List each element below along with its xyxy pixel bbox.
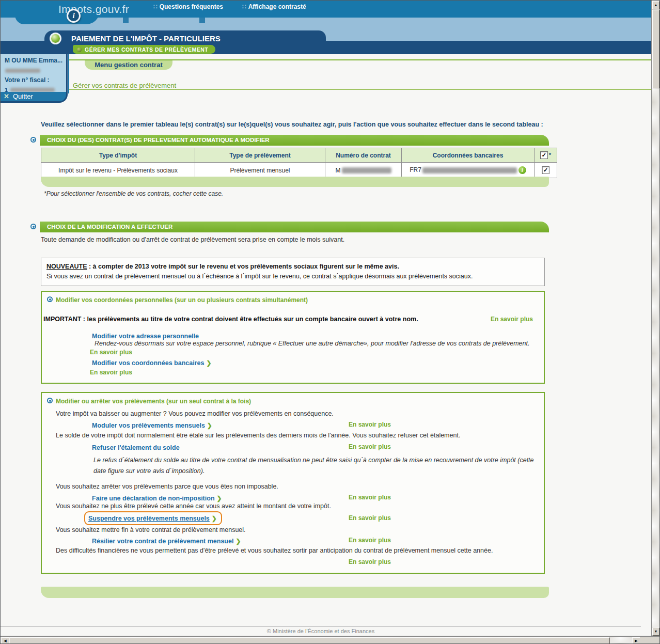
scrollbar-corner	[640, 636, 659, 644]
link-modify-bank[interactable]: Modifier vos coordonnées bancaires❯	[92, 358, 211, 367]
levy-text: Le solde de votre impôt doit normalement…	[56, 432, 460, 439]
link-row: Résilier votre contrat de prélèvement me…	[92, 536, 557, 545]
dots-icon: ∷	[153, 3, 158, 10]
levy-text: Vous souhaitez arrêter vos prélèvements …	[56, 483, 278, 490]
address-note: Rendez-vous désormais sur votre espace p…	[95, 340, 580, 347]
en-savoir-plus-link[interactable]: En savoir plus	[349, 421, 391, 428]
page: Impots.gouv.fr i ∷Questions fréquentes ∷…	[0, 0, 660, 644]
info-icon[interactable]: i	[518, 166, 526, 174]
link-declaration-non-imposition[interactable]: Faire une déclaration de non-imposition	[92, 495, 215, 502]
en-savoir-plus-link[interactable]: En savoir plus	[90, 349, 132, 356]
horizontal-scrollbar[interactable]: ◀ ▶	[1, 636, 641, 644]
dots-icon: ∷	[242, 3, 246, 10]
vertical-scroll-thumb[interactable]	[652, 10, 659, 88]
en-savoir-plus-link[interactable]: En savoir plus	[349, 494, 391, 501]
bullet-target-icon	[30, 224, 36, 229]
link-row: Refuser l'étalement du solde En savoir p…	[92, 443, 557, 452]
news-label: NOUVEAUTE	[46, 263, 87, 270]
dot-icon	[77, 48, 82, 52]
refus-etalement-note: Le refus d´étalement du solde au titre d…	[93, 455, 548, 476]
column-header: Numéro de contrat	[325, 148, 402, 163]
en-savoir-plus-link[interactable]: En savoir plus	[349, 514, 391, 522]
select-all-footnote: *Pour sélectionner l'ensemble de vos con…	[44, 190, 223, 197]
breadcrumb: Gérer vos contrats de prélèvement	[73, 82, 176, 89]
modification-notice: Toute demande de modification ou d'arrêt…	[41, 236, 344, 243]
levy-text: Vous souhaitez ne plus être prélevé cett…	[56, 502, 331, 510]
scroll-right-button[interactable]: ▶	[632, 637, 640, 644]
levy-type-cell: Prélèvement mensuel	[195, 163, 325, 178]
levy-text: Votre impôt va baisser ou augmenter ? Vo…	[56, 410, 334, 417]
en-savoir-plus-link[interactable]: En savoir plus	[349, 558, 391, 566]
select-all-cell: ✓*	[535, 148, 557, 163]
section-title-tab: PAIEMENT DE L'IMPÔT - PARTICULIERS	[44, 30, 326, 46]
nav-questions-frequentes[interactable]: ∷Questions fréquentes	[153, 3, 223, 10]
bullet-target-icon	[47, 398, 53, 403]
horizontal-scroll-thumb[interactable]	[9, 637, 610, 644]
sphere-icon	[50, 33, 61, 44]
important-note: IMPORTANT : les prélèvements au titre de…	[43, 316, 418, 323]
levy-text: Des difficultés financières ne vous perm…	[56, 547, 493, 554]
link-suspendre-prelevements[interactable]: Suspendre vos prélèvements mensuels	[88, 515, 210, 522]
menu-gestion-contrat-tab[interactable]: Menu gestion contrat	[85, 60, 172, 70]
masked-iban	[422, 167, 517, 174]
chevron-icon: ❯	[217, 495, 222, 502]
en-savoir-plus-link[interactable]: En savoir plus	[90, 369, 132, 376]
row-checkbox[interactable]: ✓	[542, 166, 549, 174]
contracts-table: Type d'impôt Type de prélèvement Numéro …	[41, 148, 557, 178]
user-info-box: M OU MME Emma... Votre n° fiscal : 1	[1, 54, 68, 92]
en-savoir-plus-link[interactable]: En savoir plus	[491, 316, 533, 323]
news-box: NOUVEAUTE : à compter de 2013 votre impô…	[41, 258, 545, 286]
info-circle-icon[interactable]: i	[67, 9, 81, 23]
column-header: Type d'impôt	[41, 148, 195, 163]
en-savoir-plus-link[interactable]: En savoir plus	[349, 537, 391, 544]
iban-cell: FR7i	[402, 163, 535, 178]
fiscal-number-label: Votre n° fiscal :	[5, 76, 63, 84]
link-resilier-contrat[interactable]: Résilier votre contrat de prélèvement me…	[92, 538, 233, 545]
link-moduler[interactable]: Moduler vos prélèvements mensuels	[92, 422, 205, 429]
contract-row: Impôt sur le revenu - Prélèvements socia…	[41, 163, 557, 178]
quit-button[interactable]: ✕Quitter	[1, 92, 68, 103]
contract-number-cell: M	[325, 163, 402, 178]
levy-text: Vous souhaitez mettre fin à votre contra…	[56, 526, 246, 533]
divider	[1, 626, 641, 627]
levy-actions-box: Modifier ou arrêter vos prélèvements (su…	[41, 392, 545, 574]
nav-affichage-contraste[interactable]: ∷Affichage contrasté	[242, 3, 306, 10]
personal-info-box: Modifier vos coordonnées personnelles (s…	[41, 291, 545, 384]
footer-copyright: © Ministère de l'Économie et des Finance…	[1, 628, 641, 634]
tax-type-cell: Impôt sur le revenu - Prélèvements socia…	[41, 163, 195, 178]
divider	[69, 89, 652, 90]
user-name: M OU MME Emma...	[5, 57, 63, 64]
news-text: Si vous avez un contrat de prélèvement m…	[46, 272, 539, 281]
intro-text: Veuillez sélectionner dans le premier ta…	[41, 121, 630, 128]
bullet-target-icon	[30, 137, 36, 143]
link-row: Faire une déclaration de non-imposition❯…	[92, 493, 557, 502]
personal-box-title: Modifier vos coordonnées personnelles (s…	[47, 296, 308, 304]
page-title: PAIEMENT DE L'IMPÔT - PARTICULIERS	[71, 34, 221, 43]
column-header: Coordonnées bancaires	[402, 148, 535, 163]
scroll-up-button[interactable]: ▲	[652, 1, 659, 9]
chevron-icon: ❯	[207, 422, 212, 429]
levy-box-title: Modifier ou arrêter vos prélèvements (su…	[47, 398, 251, 405]
link-refuser-etalement[interactable]: Refuser l'étalement du solde	[92, 444, 180, 451]
row-select-cell: ✓	[535, 163, 557, 178]
scroll-down-button[interactable]: ▼	[652, 627, 659, 636]
masked-fiscal-number	[10, 88, 55, 92]
highlight-outline: Suspendre vos prélèvements mensuels❯	[84, 511, 222, 525]
vertical-scrollbar[interactable]: ▲ ▼	[651, 1, 659, 636]
close-x-icon: ✕	[4, 92, 9, 100]
bottom-green-bar	[41, 587, 549, 598]
select-all-checkbox[interactable]: ✓	[540, 151, 548, 159]
column-header: Type de prélèvement	[195, 148, 325, 163]
bullet-target-icon	[47, 296, 53, 302]
section-header-contracts: CHOIX DU (DES) CONTRAT(S) DE PRELEVEMENT…	[40, 135, 549, 146]
link-row: Moduler vos prélèvements mensuels❯ En sa…	[92, 420, 557, 430]
nav-decor-square	[123, 18, 129, 23]
nav-decor-square	[199, 18, 205, 23]
masked-contract-number	[342, 167, 391, 174]
en-savoir-plus-link[interactable]: En savoir plus	[349, 443, 391, 450]
section-header-modification: CHOIX DE LA MODIFICATION A EFFECTUER	[40, 222, 549, 232]
active-tab-gerer-contrats[interactable]: GÉRER MES CONTRATS DE PRÉLÈVEMENT	[73, 45, 215, 54]
chevron-icon: ❯	[212, 515, 217, 522]
scroll-left-button[interactable]: ◀	[1, 637, 9, 644]
link-modify-address[interactable]: Modifier votre adresse personnelle	[92, 331, 199, 340]
